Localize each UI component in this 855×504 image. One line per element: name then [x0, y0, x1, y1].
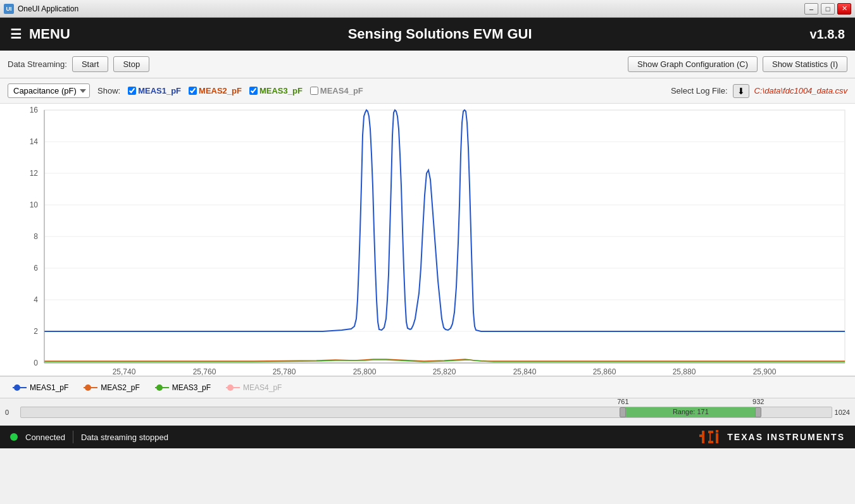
meas1-legend-icon [13, 383, 27, 392]
meas3-checkbox-item: MEAS3_pF [249, 86, 303, 95]
streaming-status: Data streaming stopped [81, 433, 168, 442]
display-type-dropdown[interactable]: Capacitance (pF) Raw Data [8, 83, 90, 98]
svg-text:0: 0 [34, 359, 38, 367]
menu-label: MENU [29, 26, 70, 42]
scroll-left-edge: 0 [5, 409, 18, 416]
meas2-checkbox[interactable] [189, 87, 197, 95]
range-start-label: 761 [617, 398, 628, 405]
meas3-legend-label: MEAS3_pF [172, 383, 211, 392]
svg-text:4: 4 [34, 295, 38, 304]
chart-svg: 0 2 4 6 8 10 12 14 16 25,740 25,760 25,7… [0, 104, 855, 376]
menu-bar: ☰ MENU Sensing Solutions EVM GUI v1.8.8 [0, 18, 855, 51]
svg-text:8: 8 [34, 232, 38, 241]
app-title: Sensing Solutions EVM GUI [348, 26, 532, 42]
meas2-checkbox-item: MEAS2_pF [189, 86, 242, 95]
svg-text:25,840: 25,840 [513, 367, 537, 376]
version-label: v1.8.8 [809, 27, 845, 42]
meas1-checkbox[interactable] [128, 87, 136, 95]
meas4-legend-icon [226, 383, 240, 392]
log-file-path: C:\data\fdc1004_data.csv [754, 86, 847, 95]
maximize-button[interactable]: □ [821, 3, 835, 15]
meas4-checkbox[interactable] [310, 87, 318, 95]
status-bar: Connected Data streaming stopped Texas I… [0, 426, 855, 448]
meas4-checkbox-item: MEAS4_pF [310, 86, 363, 95]
legend-item-meas2: MEAS2_pF [84, 383, 139, 392]
legend-item-meas3: MEAS3_pF [155, 383, 211, 392]
scrollbar-container: 0 Range: 171 761 932 1024 [0, 398, 855, 426]
scroll-track[interactable]: Range: 171 761 932 [20, 407, 832, 418]
legend-item-meas1: MEAS1_pF [13, 383, 68, 392]
scroll-handle-left[interactable]: 761 [620, 407, 626, 417]
svg-text:25,740: 25,740 [113, 367, 136, 376]
svg-text:25,800: 25,800 [353, 367, 377, 376]
scroll-right-edge: 1024 [835, 409, 850, 416]
window-controls: – □ ✕ [804, 3, 851, 15]
svg-text:16: 16 [30, 106, 39, 114]
show-statistics-button[interactable]: Show Statistics (I) [763, 56, 847, 72]
svg-text:25,780: 25,780 [273, 367, 296, 376]
menu-icon[interactable]: ☰ [10, 27, 22, 42]
range-end-label: 932 [752, 398, 764, 405]
svg-rect-38 [716, 430, 718, 433]
log-file-download-button[interactable]: ⬇ [733, 84, 749, 98]
scroll-handle-right[interactable]: 932 [755, 407, 761, 417]
controls-bar: Capacitance (pF) Raw Data Show: MEAS1_pF… [0, 78, 855, 104]
meas1-label: MEAS1_pF [138, 86, 181, 95]
ti-logo-icon [699, 428, 722, 446]
svg-text:25,880: 25,880 [673, 367, 696, 376]
meas2-label: MEAS2_pF [199, 86, 242, 95]
show-graph-config-button[interactable]: Show Graph Configuration (C) [628, 56, 758, 72]
svg-text:25,760: 25,760 [193, 367, 216, 376]
svg-text:2: 2 [34, 327, 38, 336]
meas2-legend-label: MEAS2_pF [101, 383, 139, 392]
meas4-legend-label: MEAS4_pF [243, 383, 282, 392]
scroll-range: Range: 171 [623, 407, 758, 417]
meas4-label: MEAS4_pF [320, 86, 363, 95]
legend-bar: MEAS1_pF MEAS2_pF MEAS3_pF MEAS4_pF [0, 376, 855, 398]
svg-text:10: 10 [30, 200, 39, 209]
status-divider [73, 431, 73, 443]
meas3-label: MEAS3_pF [259, 86, 303, 95]
stop-button[interactable]: Stop [113, 56, 149, 72]
legend-item-meas4: MEAS4_pF [226, 383, 282, 392]
meas1-legend-label: MEAS1_pF [30, 383, 68, 392]
app-icon: UI [4, 4, 14, 14]
meas2-legend-icon [84, 383, 97, 392]
svg-text:25,820: 25,820 [433, 367, 456, 376]
title-bar: UI OneUI Application – □ ✕ [0, 0, 855, 18]
range-label: Range: 171 [673, 408, 709, 415]
meas1-checkbox-item: MEAS1_pF [128, 86, 181, 95]
close-button[interactable]: ✕ [837, 3, 851, 15]
log-file-label: Select Log File: [671, 86, 728, 95]
minimize-button[interactable]: – [804, 3, 818, 15]
toolbar: Data Streaming: Start Stop Show Graph Co… [0, 51, 855, 78]
svg-text:14: 14 [30, 137, 39, 146]
meas3-legend-icon [155, 383, 169, 392]
app-name: OneUI Application [18, 4, 78, 13]
connection-status-dot [10, 433, 18, 441]
svg-text:6: 6 [34, 264, 38, 273]
meas3-checkbox[interactable] [249, 87, 258, 95]
connected-label: Connected [25, 433, 65, 442]
ti-logo: Texas Instruments [699, 428, 845, 446]
start-button[interactable]: Start [72, 56, 108, 72]
svg-text:25,900: 25,900 [753, 367, 777, 376]
svg-text:12: 12 [30, 169, 39, 178]
ti-logo-text: Texas Instruments [727, 432, 845, 442]
data-streaming-label: Data Streaming: [8, 59, 67, 69]
chart-area: 0 2 4 6 8 10 12 14 16 25,740 25,760 25,7… [0, 104, 855, 376]
svg-text:25,860: 25,860 [593, 367, 616, 376]
show-label: Show: [97, 86, 120, 95]
